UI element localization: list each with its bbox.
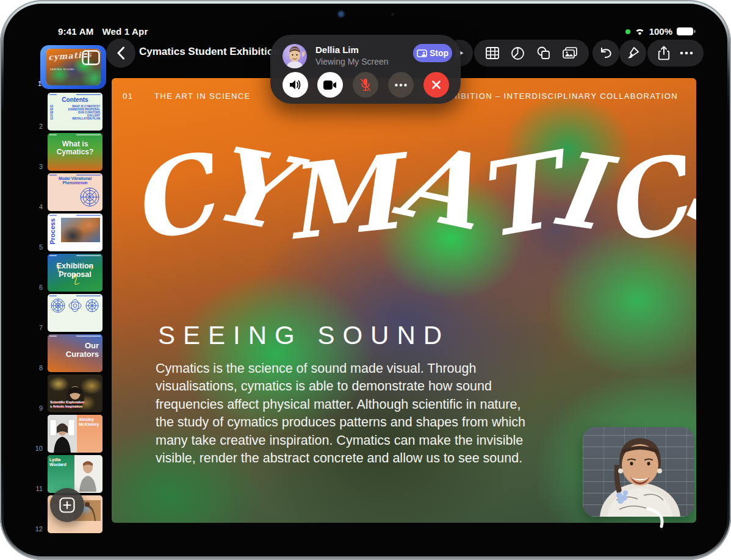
contents-title: Contents — [50, 96, 100, 103]
speaker-button[interactable] — [283, 72, 308, 98]
portrait-photo — [74, 456, 101, 492]
pattern-motif — [79, 187, 100, 207]
slide-number: 12 — [27, 525, 43, 533]
video-camera-icon — [323, 81, 337, 90]
slide-number: 4 — [27, 203, 43, 210]
slide-number: 2 — [27, 123, 43, 130]
stop-sharing-button[interactable]: Stop — [413, 44, 452, 62]
participant-name: Dellia Lim — [315, 45, 359, 55]
slide-number: 7 — [27, 324, 43, 331]
document-title[interactable]: Cymatics Student Exhibition — [139, 46, 279, 58]
end-call-button[interactable] — [423, 72, 449, 98]
plus-icon — [59, 497, 75, 513]
more-icon[interactable] — [680, 51, 693, 55]
slide-number: 3 — [27, 163, 43, 170]
status-time: 9:41 AM — [58, 26, 93, 37]
mic-off-icon — [359, 78, 372, 92]
slide-title-cymatics: CYMATICS — [112, 107, 696, 278]
wifi-icon — [635, 27, 645, 35]
slide-number: 8 — [27, 364, 43, 372]
status-date: Wed 1 Apr — [102, 26, 148, 37]
mini-subtitle: SEEING SOUND — [50, 68, 74, 71]
battery-percent: 100% — [649, 26, 672, 37]
back-button[interactable] — [106, 38, 135, 68]
battery-icon — [677, 27, 693, 35]
facetime-pip[interactable] — [583, 427, 694, 517]
back-chevron-icon — [117, 46, 125, 60]
camera-in-use-indicator — [625, 29, 630, 34]
sidebar-toggle-icon — [82, 50, 100, 65]
shapes-icon[interactable] — [536, 46, 551, 60]
slide-canvas[interactable]: 01 THE ART IN SCIENCE ENT EXHIBITION – I… — [112, 78, 696, 523]
slide-body-text: Cymatics is the science of sound made vi… — [156, 360, 533, 468]
call-more-button[interactable] — [388, 72, 414, 98]
table-icon[interactable] — [485, 46, 500, 60]
undo-button[interactable] — [592, 40, 619, 66]
slide-number: 11 — [27, 485, 43, 492]
slide-thumbnail-7[interactable]: 7 — [27, 294, 106, 332]
slide-number: 10 — [27, 445, 43, 452]
slide-thumbnail-10[interactable]: 10 AinsleyMcKinney — [27, 415, 106, 453]
slide-thumbnail-2[interactable]: 2 Contents 03WHAT IS CYMATICS? 06EXHIBIT… — [27, 93, 106, 131]
facetime-controls-pill[interactable]: Dellia Lim Viewing My Screen Stop — [270, 35, 461, 104]
ambient-sensor — [391, 13, 394, 16]
slide-thumbnail-5[interactable]: 5 Process — [27, 214, 106, 251]
slide-thumbnail-3[interactable]: 3 What isCymatics? — [27, 133, 106, 171]
camera-button[interactable] — [317, 72, 343, 98]
memoji — [283, 44, 307, 68]
slide-thumbnail-9[interactable]: 9 Scientific Explorationx Artistic Inspi… — [27, 375, 106, 412]
slide-number: 9 — [27, 404, 43, 412]
status-bar-right: 100% — [625, 26, 693, 37]
stop-label: Stop — [430, 48, 448, 58]
screen-share-icon — [417, 49, 427, 57]
slide-thumbnail-1-selected[interactable]: 1 cymatics SEEING SOUND — [40, 45, 106, 89]
slide-kicker-left: THE ART IN SCIENCE — [154, 92, 251, 101]
paintbrush-icon — [626, 46, 639, 60]
slide-thumbnail-8[interactable]: 8 OurCurators — [27, 334, 106, 372]
slide-thumbnail-11[interactable]: 11 LydiaWoolard — [27, 455, 106, 493]
slide-thumbnail-4[interactable]: 4 Modal VibrationalPhenomenon — [27, 173, 106, 211]
add-slide-button[interactable] — [50, 488, 84, 522]
status-bar-left: 9:41 AM Wed 1 Apr — [58, 26, 148, 37]
slide-number: 1 — [26, 80, 41, 87]
ellipsis-icon — [395, 84, 407, 87]
participant-avatar — [283, 44, 307, 68]
slide-index: 01 — [123, 92, 133, 101]
slide-thumbnail-6[interactable]: 6 ExhibitionProposal — [27, 254, 106, 292]
undo-icon — [599, 47, 613, 59]
close-icon — [431, 80, 441, 90]
ipad-screenshot: 9:41 AM Wed 1 Apr 100% Cymatics Student … — [0, 0, 731, 560]
speaker-icon — [289, 79, 302, 90]
share-icon[interactable] — [658, 46, 670, 60]
slide-number: 6 — [27, 284, 43, 291]
media-icon[interactable] — [562, 46, 578, 60]
share-more-group — [647, 40, 704, 66]
insert-tools-group — [474, 40, 589, 66]
format-button[interactable] — [619, 40, 646, 66]
share-status: Viewing My Screen — [315, 57, 389, 66]
screen-corner-highlight — [644, 506, 669, 528]
sidebar-toggle-button[interactable] — [82, 50, 100, 68]
slide-subtitle: SEEING SOUND — [158, 321, 450, 350]
slide-number: 5 — [27, 243, 43, 251]
front-camera — [337, 10, 345, 18]
mic-button-muted[interactable] — [353, 72, 378, 98]
portrait-photo — [48, 415, 77, 453]
chart-icon[interactable] — [511, 46, 525, 60]
remote-participant-video — [583, 427, 694, 517]
